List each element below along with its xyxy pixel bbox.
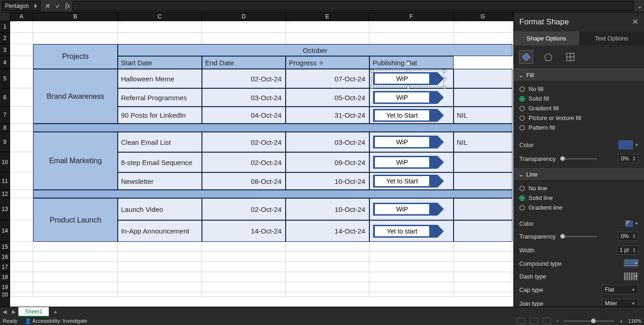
column-header[interactable]: C bbox=[118, 12, 202, 21]
cell[interactable] bbox=[286, 282, 369, 292]
name-box[interactable]: Pentagon ▲▼ bbox=[2, 1, 40, 11]
cell[interactable] bbox=[118, 21, 202, 33]
close-panel-icon[interactable]: ✕ bbox=[632, 17, 638, 27]
cell[interactable] bbox=[202, 282, 286, 292]
cell[interactable] bbox=[118, 292, 202, 297]
resize-handle[interactable] bbox=[370, 77, 374, 80]
cell[interactable] bbox=[10, 292, 33, 297]
fill-radio[interactable]: Pattern fill bbox=[519, 123, 638, 132]
cell[interactable]: Referral Programmes bbox=[118, 88, 202, 107]
cell[interactable] bbox=[118, 21, 124, 22]
prev-sheet-icon[interactable]: ◀ bbox=[0, 307, 9, 317]
cell[interactable] bbox=[118, 282, 202, 292]
cell[interactable] bbox=[10, 132, 33, 152]
add-sheet-icon[interactable]: ＋ bbox=[49, 307, 62, 317]
formula-input[interactable] bbox=[73, 1, 634, 11]
row-header[interactable]: 4 bbox=[0, 56, 10, 69]
cell[interactable] bbox=[10, 190, 33, 198]
row-header[interactable]: 2 bbox=[0, 33, 10, 44]
cell[interactable]: NIL bbox=[454, 107, 512, 124]
cell[interactable] bbox=[33, 262, 118, 272]
fill-radio[interactable]: No fill bbox=[519, 84, 638, 94]
cell[interactable] bbox=[118, 272, 202, 282]
cell[interactable] bbox=[118, 252, 202, 262]
line-radio[interactable]: Gradient line bbox=[519, 203, 638, 212]
resize-handle[interactable] bbox=[407, 86, 410, 89]
cell[interactable] bbox=[10, 262, 33, 272]
cell[interactable]: 03-Oct-24 bbox=[202, 88, 286, 107]
rotate-handle[interactable] bbox=[406, 62, 410, 66]
zoom-level[interactable]: 116% bbox=[628, 318, 641, 324]
cell[interactable] bbox=[33, 282, 118, 292]
row-header[interactable]: 20 bbox=[0, 292, 10, 297]
line-color-swatch[interactable] bbox=[626, 221, 633, 227]
smart-tag-icon[interactable]: ⊕ bbox=[319, 60, 323, 66]
cell[interactable] bbox=[286, 292, 369, 297]
zoom-slider[interactable] bbox=[564, 320, 614, 322]
cell[interactable] bbox=[10, 69, 33, 88]
cell[interactable]: NIL bbox=[454, 132, 512, 152]
line-transparency-value[interactable]: 0%▲▼ bbox=[618, 232, 638, 241]
cell[interactable] bbox=[202, 33, 286, 44]
cell[interactable] bbox=[454, 21, 512, 33]
cell[interactable] bbox=[10, 33, 33, 44]
text-options-tab[interactable]: Text Options bbox=[579, 31, 644, 46]
row-header[interactable]: 15 bbox=[0, 242, 10, 252]
cell[interactable] bbox=[454, 292, 512, 297]
cell[interactable] bbox=[454, 56, 512, 69]
cell[interactable] bbox=[202, 262, 286, 272]
cell[interactable]: Newsletter bbox=[118, 172, 202, 190]
cell[interactable] bbox=[33, 33, 118, 44]
page-layout-view-icon[interactable] bbox=[530, 318, 538, 324]
select-all-corner[interactable] bbox=[0, 12, 10, 21]
row-header[interactable]: 1 bbox=[0, 21, 10, 33]
cell[interactable]: 8-step Email Sequence bbox=[118, 152, 202, 172]
cell[interactable]: 09-Oct-24 bbox=[286, 152, 369, 172]
column-header[interactable]: G bbox=[454, 12, 512, 21]
cell[interactable]: 10-Oct-24 bbox=[286, 198, 369, 220]
cell[interactable]: 10-Oct-24 bbox=[286, 172, 369, 190]
cell[interactable] bbox=[33, 190, 512, 198]
cell[interactable]: Progress⊕ bbox=[286, 56, 369, 69]
row-header[interactable]: 6 bbox=[0, 88, 10, 107]
cell[interactable]: Halloween Meme bbox=[118, 69, 202, 88]
progress-shape[interactable]: WiP bbox=[373, 136, 437, 148]
cell[interactable]: 02-Oct-24 bbox=[202, 152, 286, 172]
row-header[interactable]: 3 bbox=[0, 44, 10, 56]
line-width-value[interactable]: 1 pt▲▼ bbox=[616, 245, 638, 255]
cell[interactable]: 31-Oct-24 bbox=[286, 107, 369, 124]
cell[interactable]: Start Date bbox=[118, 56, 202, 69]
cell[interactable] bbox=[33, 252, 118, 262]
cell[interactable] bbox=[454, 262, 512, 272]
cell[interactable]: Projects bbox=[33, 44, 118, 69]
cell[interactable] bbox=[10, 21, 16, 22]
page-break-view-icon[interactable] bbox=[543, 318, 551, 324]
cell[interactable]: Launch Video bbox=[118, 198, 202, 220]
cell[interactable] bbox=[10, 172, 33, 190]
cell[interactable] bbox=[10, 56, 33, 69]
line-transparency-slider[interactable] bbox=[560, 236, 597, 237]
cell[interactable] bbox=[10, 152, 33, 172]
effects-icon[interactable] bbox=[541, 50, 555, 64]
fill-radio[interactable]: Gradient fill bbox=[519, 103, 638, 113]
cell[interactable] bbox=[286, 21, 292, 22]
cell[interactable] bbox=[454, 33, 512, 44]
cell[interactable] bbox=[454, 272, 512, 282]
row-header[interactable]: 8 bbox=[0, 124, 10, 132]
cancel-formula-icon[interactable]: ✕ bbox=[45, 2, 51, 10]
cell[interactable] bbox=[454, 172, 512, 190]
cell[interactable] bbox=[10, 124, 33, 132]
dash-type-select[interactable]: ▼ bbox=[624, 272, 638, 280]
fill-color-swatch[interactable] bbox=[618, 140, 633, 149]
zoom-out-icon[interactable]: − bbox=[556, 318, 558, 324]
cell[interactable] bbox=[10, 282, 33, 292]
cell[interactable] bbox=[286, 21, 369, 33]
fx-icon[interactable]: fx bbox=[65, 2, 70, 10]
column-header[interactable]: E bbox=[286, 12, 369, 21]
progress-shape[interactable]: Yet to Start bbox=[373, 175, 437, 188]
cell[interactable] bbox=[33, 292, 118, 297]
fill-transparency-value[interactable]: 0%▲▼ bbox=[618, 154, 638, 163]
cell[interactable] bbox=[202, 252, 286, 262]
progress-shape[interactable]: WiP bbox=[373, 156, 437, 169]
line-radio[interactable]: Solid line bbox=[519, 193, 638, 203]
